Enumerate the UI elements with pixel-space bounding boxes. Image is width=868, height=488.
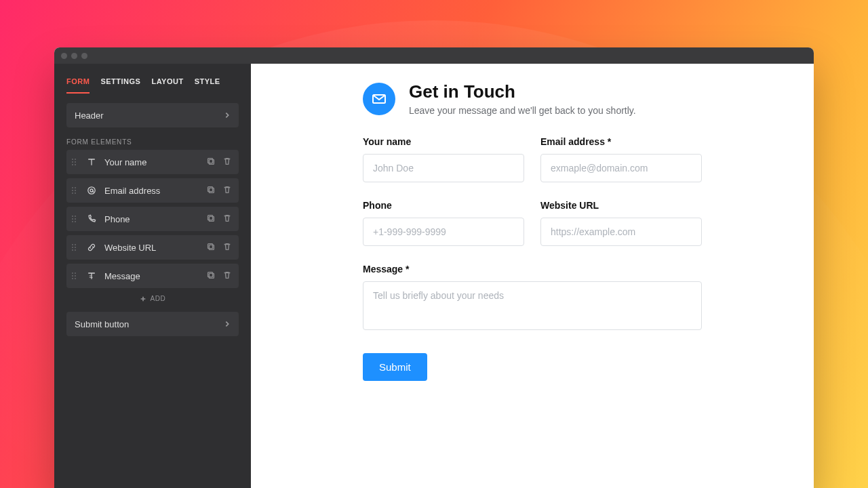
sidebar-submit-label: Submit button xyxy=(75,319,129,329)
drag-handle-icon[interactable] xyxy=(72,244,79,251)
at-icon xyxy=(85,184,98,197)
drag-handle-icon[interactable] xyxy=(72,216,79,222)
submit-button[interactable]: Submit xyxy=(363,353,427,381)
form-elements-list: Your name Email address xyxy=(54,150,251,288)
field-phone: Phone xyxy=(363,200,524,246)
form-title: Get in Touch xyxy=(409,81,636,102)
sidebar-tabs: FORM SETTINGS LAYOUT STYLE xyxy=(54,64,251,94)
field-message: Message * xyxy=(363,264,702,333)
element-row-website[interactable]: Website URL xyxy=(66,235,239,260)
field-website: Website URL xyxy=(540,200,702,246)
input-message[interactable] xyxy=(363,281,702,330)
tab-style[interactable]: STYLE xyxy=(195,73,220,94)
element-row-message[interactable]: Message xyxy=(66,264,239,288)
form-elements-label: FORM ELEMENTS xyxy=(54,127,251,150)
envelope-icon xyxy=(363,83,395,115)
label-message: Message * xyxy=(363,264,702,274)
input-email[interactable] xyxy=(540,154,702,182)
duplicate-icon[interactable] xyxy=(206,157,216,168)
drag-handle-icon[interactable] xyxy=(72,187,79,194)
input-phone[interactable] xyxy=(363,218,524,246)
form-header: Get in Touch Leave your message and we'l… xyxy=(363,81,702,116)
text-icon xyxy=(85,156,98,168)
add-element-button[interactable]: ADD xyxy=(54,288,251,312)
svg-rect-7 xyxy=(208,215,213,220)
delete-icon[interactable] xyxy=(222,242,232,253)
form-preview: Get in Touch Leave your message and we'l… xyxy=(251,64,814,488)
svg-rect-5 xyxy=(208,186,213,191)
input-your-name[interactable] xyxy=(363,154,524,182)
window-titlebar xyxy=(54,47,814,64)
link-icon xyxy=(85,241,98,253)
phone-icon xyxy=(85,213,98,225)
tab-form[interactable]: FORM xyxy=(66,73,90,94)
sidebar-header-row[interactable]: Header xyxy=(66,103,239,127)
svg-rect-10 xyxy=(209,273,214,278)
field-email: Email address * xyxy=(540,136,702,182)
delete-icon[interactable] xyxy=(222,185,232,197)
sidebar-header-label: Header xyxy=(75,110,104,121)
element-label: Email address xyxy=(104,186,199,196)
chevron-right-icon xyxy=(224,319,231,329)
duplicate-icon[interactable] xyxy=(206,242,216,253)
element-row-your-name[interactable]: Your name xyxy=(66,150,239,174)
svg-rect-11 xyxy=(208,272,213,277)
window-minimize-icon[interactable] xyxy=(71,53,77,59)
svg-rect-8 xyxy=(209,245,214,249)
tab-layout[interactable]: LAYOUT xyxy=(151,73,183,94)
window-maximize-icon[interactable] xyxy=(81,53,87,59)
label-email: Email address * xyxy=(540,136,702,147)
tab-settings[interactable]: SETTINGS xyxy=(100,73,140,94)
element-label: Message xyxy=(104,271,199,281)
label-your-name: Your name xyxy=(363,136,524,147)
element-label: Phone xyxy=(104,214,199,224)
message-icon xyxy=(85,270,98,282)
delete-icon[interactable] xyxy=(222,270,232,282)
svg-rect-9 xyxy=(208,243,213,248)
label-website: Website URL xyxy=(540,200,702,211)
drag-handle-icon[interactable] xyxy=(72,272,79,279)
app-window: FORM SETTINGS LAYOUT STYLE Header FORM E… xyxy=(54,47,814,488)
form-subtitle: Leave your message and we'll get back to… xyxy=(409,105,636,116)
delete-icon[interactable] xyxy=(222,157,232,168)
chevron-right-icon xyxy=(224,110,231,121)
drag-handle-icon[interactable] xyxy=(72,159,79,165)
element-row-phone[interactable]: Phone xyxy=(66,207,239,231)
field-your-name: Your name xyxy=(363,136,524,182)
element-label: Your name xyxy=(104,157,199,167)
label-phone: Phone xyxy=(363,200,524,211)
duplicate-icon[interactable] xyxy=(206,185,216,197)
plus-icon xyxy=(140,296,146,302)
svg-rect-6 xyxy=(209,216,214,221)
element-row-email[interactable]: Email address xyxy=(66,178,239,203)
delete-icon[interactable] xyxy=(222,214,232,225)
sidebar-submit-row[interactable]: Submit button xyxy=(66,312,239,336)
sidebar: FORM SETTINGS LAYOUT STYLE Header FORM E… xyxy=(54,64,251,488)
add-label: ADD xyxy=(151,295,166,302)
window-close-icon[interactable] xyxy=(61,53,67,59)
svg-point-2 xyxy=(88,187,95,194)
element-label: Website URL xyxy=(104,243,199,253)
duplicate-icon[interactable] xyxy=(206,270,216,282)
duplicate-icon[interactable] xyxy=(206,214,216,225)
input-website[interactable] xyxy=(540,218,702,246)
svg-rect-4 xyxy=(209,188,214,192)
